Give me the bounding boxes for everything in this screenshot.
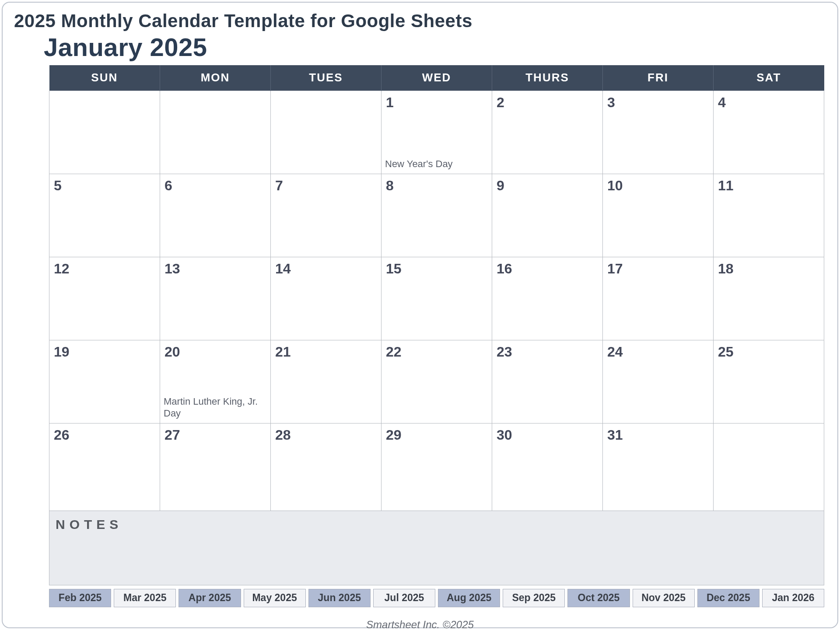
- calendar-day-cell[interactable]: 28: [271, 423, 382, 511]
- calendar-day-cell[interactable]: [271, 91, 382, 174]
- day-number: 9: [497, 178, 504, 194]
- calendar-day-cell[interactable]: 4: [714, 91, 824, 174]
- day-number: 31: [607, 427, 623, 443]
- calendar-day-cell[interactable]: 31: [603, 423, 714, 511]
- calendar-day-cell[interactable]: 10: [603, 174, 714, 257]
- calendar-day-cell[interactable]: 30: [492, 423, 603, 511]
- day-number: 14: [275, 261, 291, 277]
- notes-row: NOTES: [49, 511, 824, 585]
- day-number: 6: [164, 178, 172, 194]
- weekday-header-row: SUN MON TUES WED THURS FRI SAT: [49, 65, 824, 91]
- calendar-day-cell[interactable]: 15: [382, 257, 492, 340]
- day-number: 19: [54, 344, 70, 360]
- calendar-day-cell[interactable]: 2: [492, 91, 603, 174]
- month-tab-button[interactable]: Jan 2026: [762, 589, 824, 607]
- month-tab-button[interactable]: Apr 2025: [178, 589, 241, 607]
- calendar-day-cell[interactable]: [160, 91, 271, 174]
- month-tab-button[interactable]: Aug 2025: [438, 589, 500, 607]
- calendar-day-cell[interactable]: 24: [603, 340, 714, 423]
- calendar-day-cell[interactable]: 25: [714, 340, 824, 423]
- weekday-header: THURS: [492, 65, 603, 91]
- day-number: 2: [497, 94, 504, 111]
- day-number: 22: [386, 344, 402, 360]
- day-number: 16: [497, 261, 512, 277]
- day-number: 30: [497, 427, 512, 443]
- day-number: 21: [275, 344, 291, 360]
- calendar-day-cell[interactable]: 14: [271, 257, 382, 340]
- month-tab-button[interactable]: Sep 2025: [503, 589, 565, 607]
- day-number: 1: [386, 94, 394, 111]
- calendar-day-cell[interactable]: [714, 423, 824, 511]
- calendar-day-cell[interactable]: 19: [49, 340, 160, 423]
- calendar-day-cell[interactable]: 21: [271, 340, 382, 423]
- calendar-day-cell[interactable]: 27: [160, 423, 271, 511]
- page-frame: 2025 Monthly Calendar Template for Googl…: [2, 2, 838, 628]
- month-tab-button[interactable]: Mar 2025: [114, 589, 176, 607]
- notes-cell[interactable]: NOTES: [49, 511, 824, 585]
- day-number: 10: [607, 178, 623, 194]
- calendar-week-row: 1New Year's Day234: [49, 91, 824, 174]
- day-number: 20: [164, 344, 180, 360]
- calendar-day-cell[interactable]: 17: [603, 257, 714, 340]
- day-number: 27: [164, 427, 180, 443]
- day-event-text: New Year's Day: [385, 158, 488, 170]
- weekday-header: MON: [160, 65, 271, 91]
- calendar-week-row: 567891011: [49, 174, 824, 257]
- weekday-header: WED: [382, 65, 492, 91]
- calendar-week-row: 12131415161718: [49, 257, 824, 340]
- calendar-day-cell[interactable]: 5: [49, 174, 160, 257]
- day-number: 13: [164, 261, 180, 277]
- notes-label: NOTES: [56, 517, 122, 532]
- day-number: 15: [386, 261, 402, 277]
- calendar-day-cell[interactable]: 13: [160, 257, 271, 340]
- calendar-day-cell[interactable]: 3: [603, 91, 714, 174]
- day-number: 12: [54, 261, 70, 277]
- day-number: 29: [386, 427, 402, 443]
- calendar-day-cell[interactable]: 1New Year's Day: [382, 91, 492, 174]
- day-number: 3: [607, 94, 615, 111]
- day-number: 18: [718, 261, 734, 277]
- weekday-header: TUES: [271, 65, 382, 91]
- month-tab-button[interactable]: Nov 2025: [633, 589, 695, 607]
- month-tab-button[interactable]: May 2025: [244, 589, 306, 607]
- calendar-day-cell[interactable]: 11: [714, 174, 824, 257]
- calendar-day-cell[interactable]: 26: [49, 423, 160, 511]
- day-number: 11: [718, 178, 734, 194]
- calendar-day-cell[interactable]: 6: [160, 174, 271, 257]
- weekday-header: FRI: [603, 65, 714, 91]
- month-tab-button[interactable]: Jun 2025: [308, 589, 371, 607]
- calendar-day-cell[interactable]: 7: [271, 174, 382, 257]
- calendar-day-cell[interactable]: 8: [382, 174, 492, 257]
- day-number: 7: [275, 178, 283, 194]
- calendar-day-cell[interactable]: 29: [382, 423, 492, 511]
- calendar-week-row: 262728293031: [49, 423, 824, 511]
- month-tab-button[interactable]: Feb 2025: [49, 589, 111, 607]
- day-number: 4: [718, 94, 726, 111]
- calendar-day-cell[interactable]: 22: [382, 340, 492, 423]
- calendar-day-cell[interactable]: 18: [714, 257, 824, 340]
- month-title: January 2025: [44, 32, 826, 62]
- weekday-header: SUN: [49, 65, 160, 91]
- calendar-day-cell[interactable]: 12: [49, 257, 160, 340]
- day-number: 5: [54, 178, 62, 194]
- calendar-week-row: 1920Martin Luther King, Jr. Day212223242…: [49, 340, 824, 423]
- calendar-day-cell[interactable]: 16: [492, 257, 603, 340]
- month-tab-button[interactable]: Jul 2025: [373, 589, 435, 607]
- calendar-day-cell[interactable]: 23: [492, 340, 603, 423]
- calendar-day-cell[interactable]: [49, 91, 160, 174]
- month-tab-button[interactable]: Oct 2025: [567, 589, 630, 607]
- template-title: 2025 Monthly Calendar Template for Googl…: [14, 10, 826, 32]
- day-number: 8: [386, 178, 394, 194]
- day-number: 23: [497, 344, 512, 360]
- day-event-text: Martin Luther King, Jr. Day: [164, 396, 267, 420]
- day-number: 17: [607, 261, 623, 277]
- weekday-header: SAT: [714, 65, 824, 91]
- day-number: 24: [607, 344, 623, 360]
- month-tab-button[interactable]: Dec 2025: [697, 589, 760, 607]
- calendar-table: SUN MON TUES WED THURS FRI SAT 1New Year…: [49, 65, 824, 585]
- calendar-day-cell[interactable]: 9: [492, 174, 603, 257]
- calendar-day-cell[interactable]: 20Martin Luther King, Jr. Day: [160, 340, 271, 423]
- day-number: 28: [275, 427, 291, 443]
- day-number: 26: [54, 427, 70, 443]
- month-tabs-row: Feb 2025Mar 2025Apr 2025May 2025Jun 2025…: [49, 589, 824, 607]
